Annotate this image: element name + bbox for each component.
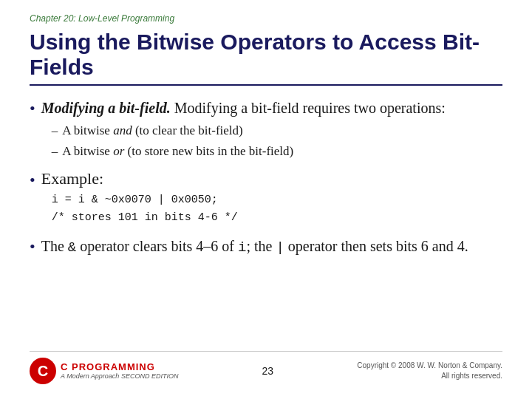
bullet-dot-1: • — [30, 99, 35, 118]
or-italic: or — [113, 144, 124, 158]
exp-part3: ; the — [246, 238, 276, 254]
bullet-modifying: • Modifying a bit-field. Modifying a bit… — [30, 98, 502, 160]
copyright-line2: All rights reserved. — [357, 371, 502, 381]
and-italic: and — [113, 123, 132, 137]
code-block: i = i & ~0x0070 | 0x0050; /* stores 101 … — [52, 191, 502, 227]
bullet-dot-2: • — [30, 171, 35, 190]
example-title: Example: — [41, 169, 502, 188]
modifying-rest: Modifying a bit-field requires two opera… — [171, 100, 446, 116]
slide-container: Chapter 20: Low-Level Programming Using … — [0, 0, 532, 399]
logo-text-block: C PROGRAMMING A Modern Approach SECOND E… — [61, 361, 178, 381]
dash-2: – — [52, 142, 58, 161]
bullet-dot-3: • — [30, 237, 35, 256]
dash-1: – — [52, 121, 58, 140]
slide-title: Using the Bitwise Operators to Access Bi… — [30, 30, 502, 86]
exp-part1: The — [41, 238, 68, 254]
slide-content: • Modifying a bit-field. Modifying a bit… — [30, 98, 502, 351]
footer: C C PROGRAMMING A Modern Approach SECOND… — [30, 351, 502, 384]
sub-bullet-and: – A bitwise and (to clear the bit-field) — [52, 121, 502, 140]
code-line-2: /* stores 101 in bits 4-6 */ — [52, 209, 502, 227]
bullet-3-content: The & operator clears bits 4–6 of i; the… — [41, 236, 502, 258]
copyright-text: Copyright © 2008 W. W. Norton & Company.… — [357, 361, 502, 381]
bullet-1-content: Modifying a bit-field. Modifying a bit-f… — [41, 98, 502, 160]
exp-code1: & — [68, 239, 76, 256]
exp-code3: | — [276, 239, 284, 256]
chapter-label: Chapter 20: Low-Level Programming — [30, 13, 502, 24]
sub-bullet-and-text: A bitwise and (to clear the bit-field) — [62, 121, 243, 140]
bullet-1-title: Modifying a bit-field. Modifying a bit-f… — [41, 98, 502, 118]
bullet-2-content: Example: i = i & ~0x0070 | 0x0050; /* st… — [41, 169, 502, 227]
logo-sub-text: A Modern Approach SECOND EDITION — [61, 372, 178, 381]
exp-part4: operator then sets bits 6 and 4. — [284, 238, 468, 254]
logo-c-circle: C — [30, 358, 56, 384]
modifying-italic-bold: Modifying a bit-field. — [41, 100, 171, 116]
code-line-1: i = i & ~0x0070 | 0x0050; — [52, 191, 502, 209]
copyright-line1: Copyright © 2008 W. W. Norton & Company. — [357, 361, 502, 371]
sub-bullet-or: – A bitwise or (to store new bits in the… — [52, 142, 502, 161]
bullet-explanation: • The & operator clears bits 4–6 of i; t… — [30, 236, 502, 258]
bullet-example: • Example: i = i & ~0x0070 | 0x0050; /* … — [30, 169, 502, 227]
sub-bullets-1: – A bitwise and (to clear the bit-field)… — [52, 121, 502, 160]
page-number: 23 — [262, 365, 274, 377]
explanation-text: The & operator clears bits 4–6 of i; the… — [41, 236, 502, 258]
footer-logo: C C PROGRAMMING A Modern Approach SECOND… — [30, 358, 178, 384]
logo-main-text: C PROGRAMMING — [61, 361, 178, 373]
exp-part2: operator clears bits 4–6 of — [76, 238, 238, 254]
sub-bullet-or-text: A bitwise or (to store new bits in the b… — [62, 142, 293, 161]
exp-code2: i — [238, 239, 246, 256]
